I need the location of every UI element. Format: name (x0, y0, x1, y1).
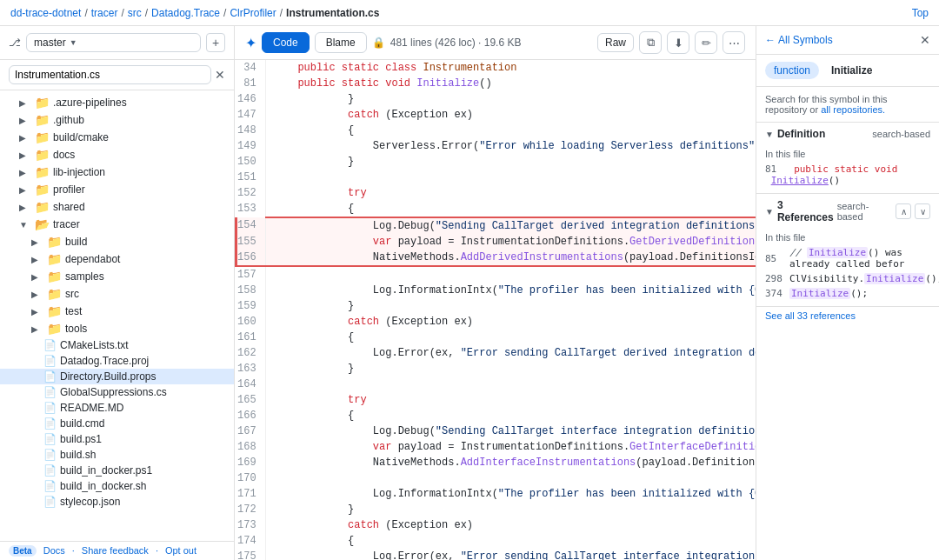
chevron-down-icon: ▼ (19, 220, 31, 230)
sidebar-item-test[interactable]: ▶ 📁 test (0, 303, 234, 320)
raw-button[interactable]: Raw (597, 33, 634, 52)
table-row: 173 catch (Exception ex) (236, 517, 756, 533)
sidebar-item-github[interactable]: ▶ 📁 .github (0, 111, 234, 129)
table-row: 172 } (236, 502, 756, 517)
sidebar-item-stylecop[interactable]: 📄 stylecop.json (0, 494, 234, 510)
top-link[interactable]: Top (912, 7, 929, 19)
sidebar-item-build-ps1[interactable]: 📄 build.ps1 (0, 431, 234, 447)
table-row: 167 Log.Debug("Sending CallTarget interf… (236, 423, 756, 439)
file-icon: 📄 (43, 355, 57, 367)
sidebar-footer: Beta Docs · Share feedback · Opt out (0, 541, 234, 560)
table-row: 175 Log.Error(ex, "Error sending CallTar… (236, 549, 756, 560)
sidebar-item-profiler[interactable]: ▶ 📁 profiler (0, 181, 234, 198)
folder-icon: 📁 (47, 287, 62, 301)
search-input[interactable] (9, 65, 211, 84)
copy-button[interactable]: ⧉ (639, 31, 662, 54)
branch-name: master (34, 37, 66, 49)
references-section: ▼ 3 References search-based ∧ ∨ In this … (756, 194, 939, 307)
add-branch-button[interactable]: + (206, 33, 225, 52)
branch-selector[interactable]: master ▼ (26, 33, 201, 52)
see-all-references-link[interactable]: See all 33 references (756, 307, 939, 324)
table-row-highlight-156: 156 NativeMethods.AddDerivedInstrumentat… (236, 250, 756, 266)
all-repos-link[interactable]: all repositories. (821, 104, 885, 115)
table-row: 81 public static void Initialize() (236, 76, 756, 91)
code-tab-button[interactable]: Code (262, 32, 310, 53)
code-area: ✦ Code Blame 🔒 481 lines (426 loc) · 19.… (235, 26, 756, 560)
sidebar-item-readme[interactable]: 📄 README.MD (0, 400, 234, 416)
sidebar-item-build-in-docker-sh[interactable]: 📄 build_in_docker.sh (0, 478, 234, 494)
sidebar-item-tracer[interactable]: ▼ 📂 tracer (0, 216, 234, 233)
back-link[interactable]: ← All Symbols (765, 34, 833, 46)
breadcrumb-repo[interactable]: dd-trace-dotnet (10, 7, 81, 19)
file-icon: 📄 (43, 496, 57, 508)
sidebar-item-lib-injection[interactable]: ▶ 📁 lib-injection (0, 163, 234, 181)
folder-icon: 📁 (47, 322, 62, 336)
definition-header: ▼ Definition search-based (756, 123, 939, 145)
opt-out-link[interactable]: Opt out (165, 545, 196, 557)
folder-icon: 📁 (35, 96, 50, 110)
references-controls: ∧ ∨ (896, 203, 930, 219)
search-box-container: ✕ (0, 60, 234, 90)
sidebar-item-build-cmd[interactable]: 📄 build.cmd (0, 416, 234, 431)
sidebar-item-tools[interactable]: ▶ 📁 tools (0, 320, 234, 337)
close-button[interactable]: ✕ (920, 33, 930, 47)
main-layout: ⎇ master ▼ + ✕ ▶ 📁 .azure-pipelines ▶ 📁 (0, 26, 939, 560)
reference-line-374[interactable]: 374 Initialize(); (765, 286, 930, 301)
prev-reference-button[interactable]: ∧ (896, 203, 911, 219)
sidebar-item-shared[interactable]: ▶ 📁 shared (0, 198, 234, 216)
feedback-link[interactable]: Share feedback (82, 545, 149, 557)
more-options-button[interactable]: ⋯ (723, 31, 745, 54)
sidebar-item-build[interactable]: ▶ 📁 build (0, 233, 234, 250)
sidebar-item-azure-pipelines[interactable]: ▶ 📁 .azure-pipelines (0, 94, 234, 111)
table-row: 147 catch (Exception ex) (236, 107, 756, 123)
sidebar-item-build-cmake[interactable]: ▶ 📁 build/cmake (0, 129, 234, 146)
reference-line-85[interactable]: 85 // Initialize() was already called be… (765, 245, 930, 271)
sidebar-item-datadog-trace-proj[interactable]: 📄 Datadog.Trace.proj (0, 353, 234, 369)
download-button[interactable]: ⬇ (667, 31, 689, 54)
code-meta: 481 lines (426 loc) · 19.6 KB (390, 37, 522, 49)
folder-icon: 📁 (47, 252, 62, 266)
sidebar-item-cmakelists[interactable]: 📄 CMakeLists.txt (0, 337, 234, 353)
breadcrumb-clrprofiler[interactable]: ClrProfiler (230, 7, 276, 19)
folder-icon: 📁 (35, 113, 50, 127)
folder-icon: 📁 (35, 200, 50, 214)
sidebar-item-docs[interactable]: ▶ 📁 docs (0, 146, 234, 163)
tab-initialize[interactable]: Initialize (822, 62, 881, 79)
breadcrumb-tracer[interactable]: tracer (91, 7, 118, 19)
table-row: 150 } (236, 154, 756, 170)
docs-link[interactable]: Docs (43, 545, 65, 557)
sidebar-item-dependabot[interactable]: ▶ 📁 dependabot (0, 250, 234, 268)
table-row: 174 { (236, 533, 756, 549)
edit-button[interactable]: ✏ (695, 31, 717, 54)
file-icon: 📄 (43, 386, 57, 398)
sidebar-item-samples[interactable]: ▶ 📁 samples (0, 268, 234, 285)
sidebar-item-build-in-docker-ps1[interactable]: 📄 build_in_docker.ps1 (0, 463, 234, 478)
in-this-file-label2: In this file (765, 232, 930, 243)
table-row: 157 (236, 266, 756, 283)
reference-line-298[interactable]: 298 ClVisibility.Initialize(); (765, 271, 930, 286)
breadcrumb-file: Instrumentation.cs (286, 7, 379, 19)
definition-line[interactable]: 81 public static void Initialize() (765, 162, 930, 188)
next-reference-button[interactable]: ∨ (915, 203, 930, 219)
search-clear-icon[interactable]: ✕ (215, 68, 225, 82)
blame-tab-button[interactable]: Blame (315, 32, 367, 53)
sidebar-item-build-sh[interactable]: 📄 build.sh (0, 447, 234, 463)
chevron-left-icon: ← (765, 34, 776, 46)
code-content[interactable]: 34 public static class Instrumentation 8… (235, 60, 756, 560)
breadcrumb-datadog[interactable]: Datadog.Trace (151, 7, 220, 19)
folder-icon: 📁 (35, 165, 50, 179)
sidebar-item-src[interactable]: ▶ 📁 src (0, 285, 234, 303)
table-row: 165 try (236, 392, 756, 408)
folder-icon: 📁 (35, 130, 50, 144)
sidebar-item-global-suppressions[interactable]: 📄 GlobalSuppressions.cs (0, 384, 234, 400)
chevron-right-icon: ▶ (19, 185, 31, 195)
sidebar-item-directory-build-props[interactable]: 📄 Directory.Build.props (0, 369, 234, 384)
code-table: 34 public static class Instrumentation 8… (235, 60, 756, 560)
tab-function[interactable]: function (765, 62, 819, 79)
file-icon: 📄 (43, 433, 57, 445)
folder-icon: 📁 (47, 235, 62, 249)
breadcrumb-src[interactable]: src (128, 7, 142, 19)
table-row: 161 { (236, 330, 756, 345)
table-row: 164 (236, 377, 756, 392)
chevron-right-icon: ▶ (31, 307, 43, 317)
